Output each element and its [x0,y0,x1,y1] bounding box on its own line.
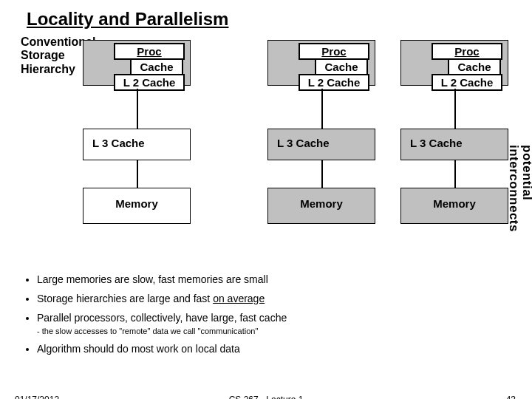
footer-course: CS 267 - Lecture 1 [229,395,304,399]
connector-line [321,89,323,129]
bullet-3-sub: the slow accesses to "remote" data we ca… [37,327,287,335]
l3-cache-label: L 3 Cache [410,137,508,149]
slide-title: Locality and Parallelism [0,0,532,35]
cache-box: Cache [448,58,501,75]
l2-cache-box: L 2 Cache [299,74,369,91]
connector-line [454,160,456,188]
connector-line [137,160,138,188]
l3-cache-box: L 3 Cache [83,129,191,160]
proc-box: Proc [299,43,369,60]
bullet-3: Parallel processors, collectively, have … [37,312,287,324]
l3-cache-box: L 3 Cache [400,129,508,160]
memory-box: Memory [267,188,375,224]
l3-cache-label: L 3 Cache [277,137,375,149]
proc-box: Proc [114,43,185,60]
cache-box: Cache [315,58,368,75]
footer-page: 43 [506,395,516,399]
l3-cache-label: L 3 Cache [92,137,190,149]
side-label-a: potential [520,145,532,200]
bullet-1: Large memories are slow, fast memories a… [37,273,287,285]
l2-cache-box: L 2 Cache [432,74,502,91]
memory-box: Memory [400,188,508,224]
column-3: Proc Cache L 2 Cache L 3 Cache Memory [406,40,502,91]
side-label: potential interconnects [507,145,532,232]
memory-box: Memory [83,188,191,224]
bullet-list: Large memories are slow, fast memories a… [25,273,287,362]
connector-line [321,160,323,188]
connector-line [137,89,138,129]
bullet-2: Storage hierarchies are large and fast o… [37,293,287,304]
cache-box: Cache [130,58,183,75]
bullet-4: Algorithm should do most work on local d… [37,343,287,355]
connector-line [454,89,456,129]
footer-date: 01/17/2012 [15,395,59,399]
column-2: Proc Cache L 2 Cache L 3 Cache Memory [273,40,369,91]
l2-cache-box: L 2 Cache [114,74,185,91]
l3-cache-box: L 3 Cache [267,129,375,160]
proc-box: Proc [432,43,502,60]
side-label-b: interconnects [507,145,521,232]
column-1: Proc Cache L 2 Cache L 3 Cache Memory [89,40,185,91]
